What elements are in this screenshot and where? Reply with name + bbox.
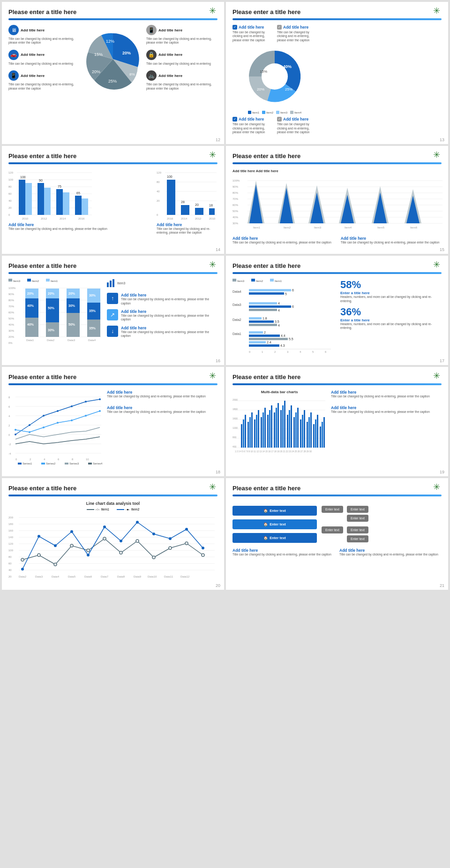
svg-text:4: 4 — [44, 458, 45, 461]
svg-text:15%: 15% — [260, 69, 267, 74]
slide-3-chart2-title: Add title here — [157, 222, 218, 227]
svg-rect-149 — [232, 279, 236, 282]
svg-rect-255 — [258, 410, 259, 448]
logo-2: ✳ — [433, 6, 443, 16]
home-icon: 🏠 — [263, 509, 268, 513]
svg-point-224 — [71, 419, 73, 421]
slide-5: Please enter a title here ✳ Item3 Item2 … — [2, 256, 224, 365]
multi-bar-text-1: Title can be changed by clicking and re-… — [331, 395, 442, 398]
svg-text:35%: 35% — [89, 309, 96, 312]
svg-text:140: 140 — [8, 536, 14, 539]
svg-text:40: 40 — [8, 199, 12, 202]
flow-small-btn-6[interactable]: Enter text — [347, 535, 368, 542]
svg-point-325 — [136, 521, 139, 524]
svg-text:50%: 50% — [8, 317, 15, 320]
svg-text:6: 6 — [8, 405, 10, 408]
icon-item-3-text: Add title here Title can be changed by c… — [121, 326, 218, 338]
multi-bar-chart: Multi-data bar charts 2000 1800 1600 120… — [232, 390, 326, 459]
stat-1-text: Headers, numbers, and more can all be ch… — [340, 295, 442, 303]
flow-small-btn-3[interactable]: Enter text — [347, 515, 368, 522]
flow-small-btn-1[interactable]: Enter text — [322, 506, 343, 513]
svg-text:20%: 20% — [257, 87, 264, 91]
slide-5-item3-label: Item3 — [117, 282, 126, 285]
svg-text:10: 10 — [86, 458, 89, 461]
svg-text:Item2: Item2 — [256, 280, 263, 282]
svg-text:Item3: Item3 — [237, 280, 245, 282]
svg-rect-52 — [181, 205, 189, 215]
svg-rect-260 — [269, 410, 270, 448]
svg-rect-146 — [107, 282, 109, 287]
svg-text:1600: 1600 — [232, 417, 238, 420]
svg-text:120: 120 — [8, 542, 14, 545]
checkbox-1: ✓ — [232, 25, 237, 30]
slide-7-title: Please enter a title here — [8, 373, 218, 381]
slide-2-bottom-right-text: Title can be changed by clicking and re-… — [277, 122, 317, 134]
svg-rect-156 — [249, 289, 291, 291]
svg-text:6: 6 — [292, 305, 294, 308]
flow-btn-main-2[interactable]: 🏠 Enter text — [232, 519, 317, 529]
icon-monitor: 🖥 — [8, 25, 19, 35]
svg-point-315 — [169, 547, 172, 549]
flow-small-btn-2[interactable]: Enter text — [347, 506, 368, 513]
slide-8-content: Multi-data bar charts 2000 1800 1600 120… — [232, 390, 442, 459]
flow-title-2: Add title here — [339, 548, 442, 553]
svg-marker-80 — [249, 184, 262, 223]
svg-text:2.4: 2.4 — [267, 341, 271, 344]
svg-rect-227 — [18, 463, 22, 464]
line-analysis-legend: -○- Item1 -●- Item2 — [8, 508, 218, 511]
flow-small-btn-4[interactable]: Enter text — [322, 526, 343, 533]
slide-4: Please enter a title here ✳ Add title he… — [226, 146, 448, 254]
svg-text:Data4: Data4 — [88, 339, 96, 342]
svg-text:160: 160 — [8, 529, 14, 532]
slide-1-right-title-2: Add title here — [158, 53, 182, 57]
slide-3-charts: 120 100 80 60 40 20 0 — [8, 169, 218, 235]
flow-btn-main-1[interactable]: 🏠 Enter text — [232, 506, 317, 516]
svg-point-309 — [70, 544, 73, 547]
flow-small-btn-5[interactable]: Enter text — [347, 526, 368, 533]
svg-text:Data7: Data7 — [101, 575, 109, 578]
icon-text-3: Title can be changed by clicking and re-… — [121, 330, 218, 338]
svg-text:2016: 2016 — [167, 217, 173, 220]
svg-text:30%: 30% — [8, 329, 15, 332]
slide-4-bottom: Add title here Title can be changed by c… — [232, 236, 442, 244]
svg-rect-168 — [249, 317, 262, 320]
svg-text:28: 28 — [181, 200, 185, 204]
icon-item-3: ↓ Add title here Title can be changed by… — [107, 326, 218, 338]
svg-text:800: 800 — [232, 436, 237, 439]
svg-point-226 — [99, 410, 101, 412]
svg-text:Data3: Data3 — [35, 575, 43, 578]
multi-bar-title-2: Add title here — [331, 405, 442, 410]
svg-text:5.5: 5.5 — [289, 337, 293, 341]
slide-2-bottom-right-item: ✓ Add title here Title can be changed by… — [277, 117, 317, 134]
svg-text:4: 4 — [278, 302, 280, 305]
slide-1-right-item-3: 🚲 Add title here Title can be changed by… — [146, 70, 218, 91]
svg-text:2012: 2012 — [41, 217, 47, 220]
svg-text:90%: 90% — [8, 293, 15, 296]
svg-text:20: 20 — [195, 203, 199, 206]
icon-item-1-text: Add title here Title can be changed by c… — [121, 293, 218, 305]
svg-text:5: 5 — [285, 292, 287, 296]
svg-rect-252 — [251, 412, 253, 448]
blue-bar-8 — [232, 383, 442, 385]
svg-rect-53 — [195, 208, 203, 215]
svg-text:40%: 40% — [27, 304, 34, 307]
legend-item1: -○- Item1 — [87, 508, 109, 511]
slide-10: Please enter a title here ✳ 🏠 Enter text… — [226, 478, 448, 590]
svg-text:Series2: Series2 — [46, 462, 56, 465]
slide-6: Please enter a title here ✳ Item3 Item2 … — [226, 256, 448, 365]
svg-rect-99 — [27, 279, 31, 282]
svg-rect-275 — [302, 415, 303, 448]
svg-text:12%: 12% — [106, 39, 114, 44]
svg-text:60: 60 — [8, 192, 12, 195]
flow-btn-main-3[interactable]: 🏠 Enter text — [232, 533, 317, 543]
flow-col-center: Enter text — [322, 506, 343, 522]
legend-item-3: Item3 — [276, 111, 287, 114]
svg-text:100: 100 — [20, 175, 26, 179]
svg-text:20%: 20% — [48, 292, 55, 295]
svg-point-217 — [71, 405, 73, 407]
icon-item-1: ↑ Add title here Title can be changed by… — [107, 293, 218, 305]
slide-1-right-title-1: Add title here — [158, 28, 182, 32]
slide-3-title: Please enter a title here — [8, 152, 218, 160]
svg-text:50%: 50% — [232, 210, 239, 213]
svg-text:Data3: Data3 — [232, 303, 241, 306]
